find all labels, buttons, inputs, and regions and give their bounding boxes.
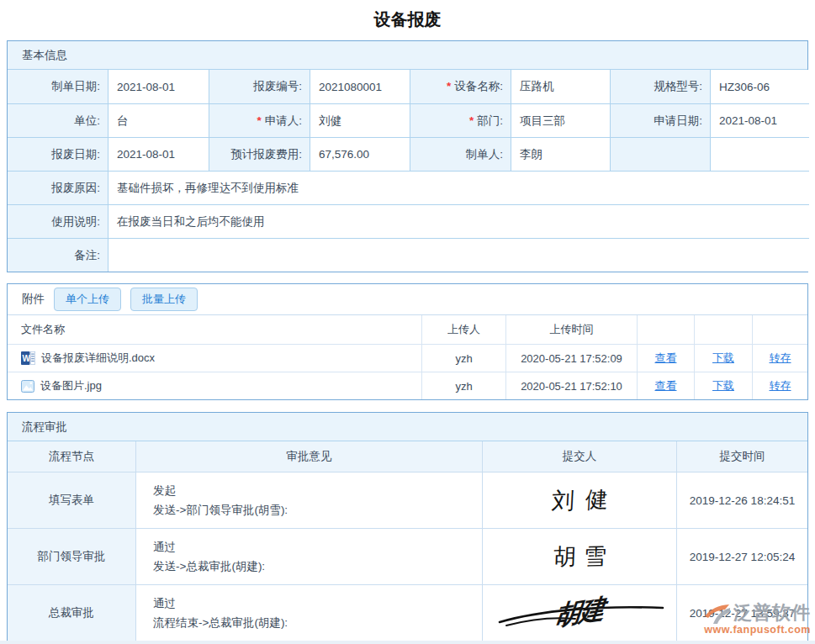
value-scrap-no: 2021080001 [310,70,410,103]
approval-table: 流程节点 审批意见 提交人 提交时间 填写表单 发起 发送->部门领导审批(胡雪… [8,441,807,641]
basic-row-5: 使用说明: 在报废当日和之后均不能使用 [8,204,809,238]
label-empty [610,137,710,171]
uploader: yzh [421,372,505,399]
value-device-name: 压路机 [511,70,610,103]
label-scrap-reason: 报废原因: [8,171,108,204]
label-usage-note: 使用说明: [8,204,108,238]
attachments-header: 附件 单个上传 批量上传 [8,284,807,315]
label-scrap-no: 报废编号: [209,70,310,103]
download-link[interactable]: 下载 [712,351,734,364]
opinion-line: 发起 [153,481,482,500]
file-name: 设备报废详细说明.docx [41,351,155,366]
label-device-name: *设备名称: [410,70,511,103]
value-estimated-cost: 67,576.00 [310,137,410,171]
workflow-node: 部门领导审批 [8,528,135,584]
required-star: * [469,114,474,127]
word-file-icon: W [21,351,35,365]
upload-time: 2020-05-21 17:52:10 [505,372,637,399]
opinion-line: 发送->总裁审批(胡建): [153,557,482,576]
upload-time: 2020-05-21 17:52:09 [505,344,637,372]
label-applicant: *申请人: [209,103,310,137]
attachment-row: W 设备报废详细说明.docx yzh 2020-05-21 17:52:09 … [8,344,807,372]
file-name: 设备图片.jpg [40,378,102,393]
save-as-link[interactable]: 转存 [770,351,791,364]
signature: 胡建 [553,591,606,635]
attachments-section: 附件 单个上传 批量上传 文件名称 上传人 上传时间 W 设备报废详细说明.do… [7,283,808,400]
opinion-line: 通过 [153,537,482,557]
basic-row-2: 单位: 台 *申请人: 刘健 *部门: 项目三部 申请日期: 2021-08-0… [8,103,809,137]
basic-row-6: 备注: [8,238,809,272]
value-make-date: 2021-08-01 [108,70,209,103]
col-action-2 [694,315,752,344]
attachment-row: 设备图片.jpg yzh 2020-05-21 17:52:10 查看 下载 转… [8,372,807,399]
label-apply-date: 申请日期: [610,103,710,137]
value-remark [108,238,809,272]
col-submit-time: 提交时间 [676,441,807,472]
value-unit: 台 [108,103,209,137]
label-estimated-cost: 预计报废费用: [209,137,310,171]
value-scrap-date: 2021-08-01 [108,137,209,171]
approval-section: 流程审批 流程节点 审批意见 提交人 提交时间 填写表单 发起 发送->部门领导… [7,412,808,641]
label-maker: 制单人: [410,137,511,171]
signature: 胡雪 [545,541,614,572]
attachments-table: 文件名称 上传人 上传时间 W 设备报废详细说明.docx yzh 2020-0… [8,315,807,399]
value-scrap-reason: 基础件损坏，再修理达不到使用标准 [108,171,809,204]
submit-time: 2019-12-26 18:24:51 [676,472,807,528]
submit-time: 2019-12-27 13:59:37 [676,584,807,641]
label-remark: 备注: [8,238,108,272]
col-submitter: 提交人 [482,441,676,472]
image-file-icon [21,380,34,393]
approval-row: 填写表单 发起 发送->部门领导审批(胡雪): 刘健 2019-12-26 18… [8,472,807,528]
value-applicant: 刘健 [310,103,410,137]
label-make-date: 制单日期: [8,70,108,103]
value-apply-date: 2021-08-01 [710,103,809,137]
save-as-link[interactable]: 转存 [770,379,791,392]
label-unit: 单位: [8,103,108,137]
workflow-node: 总裁审批 [8,584,135,641]
label-scrap-date: 报废日期: [8,137,108,171]
svg-text:W: W [22,354,30,363]
col-approval-opinion: 审批意见 [135,441,482,472]
basic-info-header: 基本信息 [8,41,807,70]
attachments-title: 附件 [22,292,45,307]
col-action-1 [637,315,694,344]
label-spec-model: 规格型号: [610,70,710,103]
signature: 刘健 [540,483,620,516]
approval-row: 部门领导审批 通过 发送->总裁审批(胡建): 胡雪 2019-12-27 12… [8,528,807,584]
basic-row-4: 报废原因: 基础件损坏，再修理达不到使用标准 [8,171,809,204]
batch-upload-button[interactable]: 批量上传 [130,288,198,311]
basic-row-1: 制单日期: 2021-08-01 报废编号: 2021080001 *设备名称:… [8,70,809,103]
opinion-line: 流程结束->总裁审批(胡建): [153,613,482,632]
approval-header-row: 流程节点 审批意见 提交人 提交时间 [8,441,807,472]
attachments-header-row: 文件名称 上传人 上传时间 [8,315,807,344]
opinion-line: 发送->部门领导审批(胡雪): [153,500,482,520]
page-title: 设备报废 [0,3,815,35]
view-link[interactable]: 查看 [655,379,677,392]
col-upload-time: 上传时间 [505,315,637,344]
value-maker: 李朗 [511,137,610,171]
label-department: *部门: [410,103,511,137]
value-department: 项目三部 [511,103,610,137]
workflow-node: 填写表单 [8,472,135,528]
approval-header: 流程审批 [8,413,807,441]
value-usage-note: 在报废当日和之后均不能使用 [108,204,809,238]
bottom-strip [0,641,815,644]
uploader: yzh [421,344,505,372]
col-uploader: 上传人 [421,315,505,344]
basic-row-3: 报废日期: 2021-08-01 预计报废费用: 67,576.00 制单人: … [8,137,809,171]
view-link[interactable]: 查看 [655,351,677,364]
basic-info-section: 基本信息 制单日期: 2021-08-01 报废编号: 2021080001 *… [7,40,808,272]
col-workflow-node: 流程节点 [8,441,135,472]
single-upload-button[interactable]: 单个上传 [54,288,121,311]
value-empty [710,137,809,171]
opinion-line: 通过 [153,594,482,613]
approval-row: 总裁审批 通过 流程结束->总裁审批(胡建): 胡建 2019-12-27 13… [8,584,807,641]
col-file-name: 文件名称 [8,315,421,344]
required-star: * [447,80,451,92]
basic-info-table: 制单日期: 2021-08-01 报废编号: 2021080001 *设备名称:… [8,70,809,272]
required-star: * [257,114,261,127]
submit-time: 2019-12-27 12:05:24 [676,528,807,584]
value-spec-model: HZ306-06 [710,70,809,103]
download-link[interactable]: 下载 [712,379,734,392]
col-action-3 [752,315,807,344]
